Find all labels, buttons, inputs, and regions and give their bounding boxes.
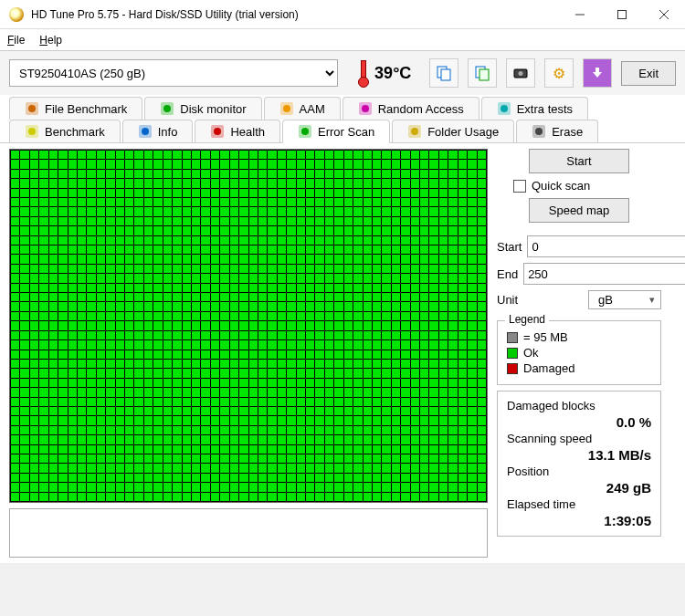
scanning-speed-value: 13.1 MB/s xyxy=(507,447,651,463)
benchmark-icon xyxy=(25,124,39,139)
tab-error-scan[interactable]: Error Scan xyxy=(282,120,390,143)
tab-label: Erase xyxy=(552,125,583,139)
svg-point-19 xyxy=(501,105,508,112)
file-benchmark-icon xyxy=(25,101,39,116)
toolbar: ST9250410AS (250 gB) 39°C ⚙ Exit xyxy=(0,51,685,95)
tab-label: AAM xyxy=(300,102,325,116)
tab-label: Info xyxy=(158,125,178,139)
tab-label: Disk monitor xyxy=(180,102,246,116)
tab-label: Health xyxy=(230,125,265,139)
end-spinner[interactable]: ▲▼ xyxy=(523,263,685,285)
save-button[interactable] xyxy=(583,58,612,88)
drive-select[interactable]: ST9250410AS (250 gB) xyxy=(9,59,338,87)
legend-box: Legend = 95 MB Ok Damaged xyxy=(497,320,661,385)
tab-disk-monitor[interactable]: Disk monitor xyxy=(144,97,261,120)
menu-file[interactable]: File xyxy=(7,34,25,47)
svg-rect-1 xyxy=(618,10,627,18)
aam-icon xyxy=(279,101,294,116)
error-scan-icon xyxy=(298,124,312,139)
svg-point-31 xyxy=(535,128,543,135)
content-area: Start Quick scan Speed map Start ▲▼ End … xyxy=(0,143,685,563)
tab-bar: File BenchmarkDisk monitorAAMRandom Acce… xyxy=(0,95,685,143)
quick-scan-checkbox[interactable] xyxy=(513,180,526,193)
unit-label: Unit xyxy=(497,293,533,307)
thermometer-icon xyxy=(356,58,369,88)
health-icon xyxy=(210,124,225,139)
tab-label: Random Access xyxy=(378,102,464,116)
svg-rect-5 xyxy=(441,69,450,80)
tab-benchmark[interactable]: Benchmark xyxy=(9,120,121,142)
legend-caption: Legend xyxy=(505,313,549,326)
position-value: 249 gB xyxy=(507,480,651,496)
svg-point-23 xyxy=(142,128,149,135)
svg-point-17 xyxy=(362,105,369,112)
close-button[interactable] xyxy=(643,0,685,29)
copy-text-button[interactable] xyxy=(429,58,458,88)
end-input[interactable] xyxy=(524,264,685,284)
start-label: Start xyxy=(497,240,522,254)
menu-help[interactable]: Help xyxy=(39,34,62,47)
damaged-blocks-value: 0.0 % xyxy=(507,414,651,430)
stats-box: Damaged blocks 0.0 % Scanning speed 13.1… xyxy=(497,391,661,537)
info-icon xyxy=(138,124,153,139)
svg-point-27 xyxy=(301,128,309,135)
tab-label: Benchmark xyxy=(45,125,105,139)
tab-random-access[interactable]: Random Access xyxy=(342,97,480,120)
legend-ok: Ok xyxy=(523,346,539,360)
svg-point-11 xyxy=(28,105,36,112)
legend-block-icon xyxy=(507,332,518,343)
tab-erase[interactable]: Erase xyxy=(516,120,598,142)
svg-point-13 xyxy=(163,105,171,112)
scan-grid xyxy=(9,149,488,503)
tab-health[interactable]: Health xyxy=(195,120,280,142)
tab-file-benchmark[interactable]: File Benchmark xyxy=(9,97,142,120)
svg-point-15 xyxy=(283,105,290,112)
exit-button[interactable]: Exit xyxy=(621,61,676,86)
tab-aam[interactable]: AAM xyxy=(264,97,341,120)
unit-select[interactable]: gB xyxy=(588,290,661,309)
speed-map-button[interactable]: Speed map xyxy=(529,198,629,223)
damaged-blocks-label: Damaged blocks xyxy=(507,399,651,412)
svg-point-9 xyxy=(519,71,523,76)
tab-label: Extra tests xyxy=(517,102,573,116)
app-icon xyxy=(9,7,24,22)
legend-block-size: = 95 MB xyxy=(523,330,568,344)
erase-icon xyxy=(532,124,546,139)
menu-bar: File Help xyxy=(0,29,685,51)
window-title: HD Tune Pro 5.75 - Hard Disk/SSD Utility… xyxy=(31,8,559,21)
tab-label: Error Scan xyxy=(318,125,374,139)
svg-rect-7 xyxy=(480,69,489,80)
disk-monitor-icon xyxy=(160,101,174,116)
elapsed-label: Elapsed time xyxy=(507,497,651,511)
extra-tests-icon xyxy=(497,101,511,116)
start-button[interactable]: Start xyxy=(529,149,629,173)
quick-scan-label: Quick scan xyxy=(532,179,590,193)
legend-ok-icon xyxy=(507,348,518,359)
minimize-button[interactable] xyxy=(559,0,601,29)
title-bar: HD Tune Pro 5.75 - Hard Disk/SSD Utility… xyxy=(0,0,685,29)
legend-damaged: Damaged xyxy=(523,361,574,375)
log-box xyxy=(9,508,488,558)
random-access-icon xyxy=(358,101,373,116)
tab-label: Folder Usage xyxy=(427,125,499,139)
tab-folder-usage[interactable]: Folder Usage xyxy=(392,120,514,142)
temperature-display: 39°C xyxy=(347,58,420,88)
screenshot-button[interactable] xyxy=(506,58,535,88)
svg-point-29 xyxy=(411,128,418,135)
position-label: Position xyxy=(507,465,651,478)
side-panel: Start Quick scan Speed map Start ▲▼ End … xyxy=(497,149,661,558)
start-spinner[interactable]: ▲▼ xyxy=(527,235,685,257)
elapsed-value: 1:39:05 xyxy=(507,513,651,528)
tab-label: File Benchmark xyxy=(45,102,127,116)
maximize-button[interactable] xyxy=(601,0,643,29)
start-input[interactable] xyxy=(528,236,685,256)
folder-usage-icon xyxy=(407,124,422,139)
legend-damaged-icon xyxy=(507,363,518,374)
scanning-speed-label: Scanning speed xyxy=(507,432,651,445)
tab-info[interactable]: Info xyxy=(122,120,194,142)
tab-extra-tests[interactable]: Extra tests xyxy=(481,97,588,120)
end-label: End xyxy=(497,267,518,281)
options-button[interactable]: ⚙ xyxy=(544,58,574,88)
copy-data-button[interactable] xyxy=(468,58,497,88)
temperature-value: 39°C xyxy=(374,64,411,83)
